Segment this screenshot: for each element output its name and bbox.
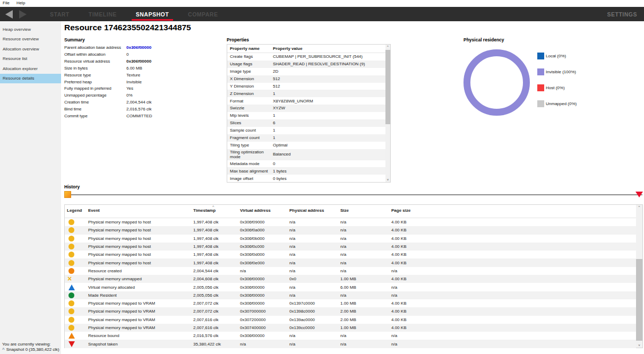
property-row[interactable]: Sample count1 [227, 127, 385, 134]
column-header-page-size[interactable]: Page size [389, 208, 636, 218]
tab-snapshot[interactable]: SNAPSHOT [132, 7, 173, 21]
history-cell: n/a [238, 269, 287, 273]
event-legend-cell [65, 284, 86, 290]
legend-item: Local (0%) [537, 52, 577, 59]
scroll-down-icon[interactable]: v [636, 343, 642, 348]
scroll-up-icon[interactable]: ^ [385, 45, 390, 49]
property-row[interactable]: SwizzleXYZW [227, 105, 385, 112]
history-row[interactable]: Physical memory mapped to VRAM2,007,616 … [65, 324, 636, 332]
history-row[interactable]: Physical memory mapped to VRAM2,007,616 … [65, 316, 636, 324]
property-row[interactable]: X Dimension512 [227, 75, 385, 83]
column-header-size[interactable]: Size [338, 208, 389, 218]
property-value: Balanced [273, 152, 385, 157]
property-row[interactable]: Image offset0 bytes [227, 175, 385, 182]
history-cell: Resource bound [86, 333, 191, 338]
property-row[interactable]: Metadata mode0 [227, 160, 385, 168]
legend-label: Unmapped (0%) [546, 101, 577, 106]
history-row[interactable]: Resource bound2,016,576 clk0x306f00000n/… [65, 332, 636, 340]
history-row[interactable]: Physical memory mapped to host1,997,408 … [65, 243, 636, 251]
event-circle-icon [68, 292, 74, 298]
history-row[interactable]: Physical memory mapped to host1,997,408 … [65, 218, 636, 226]
history-row[interactable]: Physical memory mapped to VRAM2,007,072 … [65, 299, 636, 307]
tab-settings[interactable]: SETTINGS [607, 11, 637, 18]
forward-arrow-button[interactable] [19, 10, 27, 19]
summary-value: Invisible [126, 79, 142, 86]
sidebar-item-heap-overview[interactable]: Heap overview [0, 24, 61, 34]
property-row[interactable]: Max base alignment1 bytes [227, 167, 385, 175]
column-header-timestamp[interactable]: Timestamp^ [191, 208, 238, 218]
column-header-property-name[interactable]: Property name [230, 46, 273, 51]
history-cell: 2.00 MB [338, 317, 389, 322]
menu-help[interactable]: Help [16, 1, 25, 7]
history-scrollbar[interactable]: ^ v [636, 205, 642, 348]
legend-item: Host (0%) [537, 84, 577, 91]
event-triangle-down-icon [68, 341, 75, 347]
properties-scrollbar[interactable]: ^ v [385, 45, 390, 182]
back-arrow-button[interactable] [5, 10, 13, 19]
history-cell: 4.00 KB [389, 228, 636, 232]
history-row[interactable]: Physical memory mapped to host1,997,408 … [65, 251, 636, 258]
property-row[interactable]: Usage flagsSHADER_READ | RESOLVE_DESTINA… [227, 61, 385, 68]
property-row[interactable]: Slices6 [227, 119, 385, 127]
scrollbar-thumb[interactable] [636, 259, 642, 340]
event-circle-icon [68, 308, 74, 314]
history-row[interactable]: Physical memory mapped to host1,997,408 … [65, 235, 636, 243]
summary-label: Commit type [64, 113, 126, 120]
property-row[interactable]: Tiling typeOptimal [227, 142, 385, 149]
column-header-property-value[interactable]: Property value [273, 46, 303, 51]
scroll-down-icon[interactable]: v [385, 177, 390, 182]
slider-handle[interactable] [64, 191, 71, 198]
history-row[interactable]: Resource created2,004,544 clkn/an/an/an/… [65, 267, 636, 275]
tab-timeline[interactable]: TIMELINE [84, 7, 121, 21]
scroll-up-icon[interactable]: ^ [636, 205, 642, 210]
property-row[interactable]: Tiling optimization modeBalanced [227, 149, 385, 160]
history-row[interactable]: Physical memory mapped to host1,997,408 … [65, 226, 636, 234]
status-line: You are currently viewing: [2, 342, 59, 347]
sidebar-item-resource-details[interactable]: Resource details [0, 74, 61, 84]
history-cell: n/a [287, 228, 338, 232]
tab-start[interactable]: START [46, 7, 74, 21]
property-row[interactable]: Mip levels1 [227, 112, 385, 119]
property-row[interactable]: Z Dimension1 [227, 90, 385, 97]
history-cell: n/a [287, 269, 338, 273]
history-row[interactable]: Physical memory mapped to host1,997,408 … [65, 258, 636, 266]
property-row[interactable]: Image type2D [227, 68, 385, 75]
scrollbar-thumb[interactable] [385, 50, 390, 124]
sidebar-item-allocation-explorer[interactable]: Allocation explorer [0, 64, 61, 74]
property-row[interactable]: FormatX8Y8Z8W8_UNORM [227, 97, 385, 105]
column-header-legend[interactable]: Legend [65, 208, 86, 218]
history-row[interactable]: Snapshot taken35,380,422 clkn/an/an/an/a [65, 340, 636, 348]
summary-value[interactable]: 0x306f00000 [126, 45, 151, 51]
event-legend-cell [65, 333, 86, 339]
history-row[interactable]: Made Resident2,005,056 clk0x306f00000n/a… [65, 291, 636, 299]
property-row[interactable]: Fragment count1 [227, 134, 385, 142]
history-cell: 0x306f00000 [238, 277, 287, 281]
history-cell: 4.00 KB [389, 309, 636, 314]
column-header-event[interactable]: Event [86, 208, 191, 218]
property-row[interactable]: Create flagsCUBEMAP | PER_SUBRESOURCE_IN… [227, 53, 385, 61]
event-legend-cell [65, 219, 86, 225]
content-area: Heap overviewResource overviewAllocation… [0, 21, 644, 354]
properties-table: Property name Property value Create flag… [227, 44, 391, 183]
history-cell: n/a [389, 269, 636, 273]
sidebar-item-allocation-overview[interactable]: Allocation overview [0, 44, 61, 54]
sidebar-item-resource-list[interactable]: Resource list [0, 54, 61, 64]
history-cell: n/a [338, 244, 389, 249]
timeline-slider[interactable] [64, 191, 643, 199]
property-row[interactable]: Y Dimension512 [227, 83, 385, 90]
menu-file[interactable]: File [3, 1, 10, 7]
tab-compare[interactable]: COMPARE [184, 7, 222, 21]
property-value: 0 bytes [273, 176, 385, 182]
summary-row: Preferred heapInvisible [64, 79, 224, 86]
sidebar-item-resource-overview[interactable]: Resource overview [0, 34, 61, 45]
summary-label: Fully mapped in preferred [64, 85, 126, 92]
history-row[interactable]: Virtual memory allocated2,005,056 clk0x3… [65, 283, 636, 291]
history-row[interactable]: ×Physical memory unmapped2,004,608 clk0x… [65, 275, 636, 283]
column-header-virtual-address[interactable]: Virtual address [238, 208, 287, 218]
slider-track[interactable] [64, 194, 642, 195]
residency-section: Physical residency Local (0%)Invisible (… [463, 37, 642, 143]
column-header-physical-address[interactable]: Physical address [287, 208, 338, 218]
summary-row: Parent allocation base address0x306f0000… [64, 45, 224, 51]
history-row[interactable]: Physical memory mapped to VRAM2,007,072 … [65, 307, 636, 315]
property-value: Optimal [273, 143, 385, 148]
